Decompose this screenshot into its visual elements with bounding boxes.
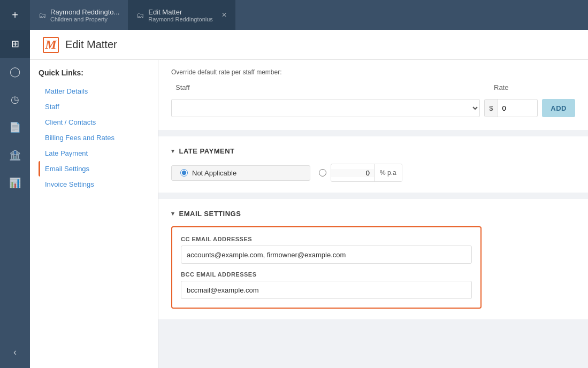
grid-icon: ⊞ <box>11 38 19 50</box>
quick-links-title: Quick Links: <box>39 68 149 77</box>
staff-rate-description: Override default rate per staff member: <box>171 68 575 76</box>
folder-icon: 🗂 <box>39 11 46 19</box>
sidebar-icon-dashboard[interactable]: ⊞ <box>0 30 30 58</box>
email-settings-panel: ▾ EMAIL SETTINGS CC EMAIL ADDRESSES BCC … <box>158 199 588 319</box>
rate-prefix: $ <box>485 99 498 117</box>
add-staff-rate-button[interactable]: ADD <box>542 99 575 117</box>
rate-col-label: Rate <box>490 80 575 95</box>
staff-rate-header: Staff Rate <box>171 80 575 95</box>
cc-label: CC EMAIL ADDRESSES <box>181 236 472 242</box>
sidebar-icon-contact[interactable]: ◯ <box>0 58 30 86</box>
sidebar-item-late-payment[interactable]: Late Payment <box>39 145 149 161</box>
matter-icon: M <box>43 37 59 53</box>
document-icon: 📄 <box>9 121 21 133</box>
chevron-down-icon: ▾ <box>171 148 175 155</box>
pct-suffix: % p.a <box>374 164 402 181</box>
collapse-icon: ‹ <box>13 347 17 358</box>
email-settings-header: ▾ EMAIL SETTINGS <box>171 210 575 218</box>
folder-icon-2: 🗂 <box>136 11 144 19</box>
tab-close-button[interactable]: ✕ <box>222 11 227 19</box>
late-payment-panel: ▾ LATE PAYMENT Not Applicable % p.a <box>158 136 588 193</box>
sidebar-item-billing-fees[interactable]: Billing Fees and Rates <box>39 130 149 145</box>
rate-input[interactable] <box>498 104 525 112</box>
icon-sidebar: ⊞ ◯ ◷ 📄 🏦 📊 ‹ <box>0 30 30 368</box>
staff-col-label: Staff <box>171 80 490 95</box>
sidebar-item-client-contacts[interactable]: Client / Contacts <box>39 114 149 130</box>
staff-rate-panel: Override default rate per staff member: … <box>158 60 588 130</box>
pct-radio[interactable] <box>319 169 326 177</box>
sidebar-icon-history[interactable]: ◷ <box>0 86 30 113</box>
plus-icon: + <box>12 9 18 21</box>
not-applicable-radio[interactable] <box>180 169 188 177</box>
sidebar-item-matter-details[interactable]: Matter Details <box>39 83 149 99</box>
late-payment-title: LATE PAYMENT <box>179 147 235 155</box>
person-icon: ◯ <box>10 66 20 78</box>
email-settings-box: CC EMAIL ADDRESSES BCC EMAIL ADDRESSES <box>171 226 482 309</box>
sidebar-icon-billing[interactable]: 📄 <box>0 113 30 141</box>
edit-matter-tab-subtitle: Raymond Reddingtonius <box>148 16 212 22</box>
sidebar-item-staff[interactable]: Staff <box>39 99 149 114</box>
late-payment-options: Not Applicable % p.a <box>171 164 575 182</box>
not-applicable-label: Not Applicable <box>192 169 236 177</box>
page-header: M Edit Matter <box>30 30 588 60</box>
pct-value-input[interactable] <box>331 169 374 177</box>
main-layout: ⊞ ◯ ◷ 📄 🏦 📊 ‹ M Edit Matter <box>0 30 588 368</box>
clock-icon: ◷ <box>11 94 19 105</box>
sidebar-icon-bank[interactable]: 🏦 <box>0 141 30 169</box>
tab-title: Raymond Reddingto... <box>50 8 119 16</box>
cc-email-input[interactable] <box>181 246 472 264</box>
main-content: Override default rate per staff member: … <box>158 60 588 368</box>
matter-tab[interactable]: 🗂 Raymond Reddingto... Children and Prop… <box>30 0 128 30</box>
content-area: M Edit Matter Quick Links: Matter Detail… <box>30 30 588 368</box>
chart-icon: 📊 <box>9 177 21 189</box>
staff-rate-row: $ ADD <box>171 99 575 117</box>
top-bar: + 🗂 Raymond Reddingto... Children and Pr… <box>0 0 588 30</box>
edit-matter-tab[interactable]: 🗂 Edit Matter Raymond Reddingtonius ✕ <box>128 0 235 30</box>
email-chevron-icon: ▾ <box>171 210 175 217</box>
quick-links-sidebar: Quick Links: Matter Details Staff Client… <box>30 60 158 368</box>
edit-matter-tab-title: Edit Matter <box>148 8 212 16</box>
late-payment-header: ▾ LATE PAYMENT <box>171 147 575 155</box>
staff-select[interactable] <box>171 99 480 117</box>
sidebar-item-email-settings[interactable]: Email Settings <box>39 161 149 177</box>
bcc-email-input[interactable] <box>181 281 472 299</box>
pct-input-wrap: % p.a <box>331 164 402 182</box>
bank-icon: 🏦 <box>9 149 21 161</box>
page-title: Edit Matter <box>65 39 117 51</box>
two-col-layout: Quick Links: Matter Details Staff Client… <box>30 60 588 368</box>
rate-input-wrap: $ <box>484 99 538 117</box>
bcc-label: BCC EMAIL ADDRESSES <box>181 271 472 278</box>
not-applicable-option[interactable]: Not Applicable <box>171 165 310 181</box>
sidebar-item-invoice-settings[interactable]: Invoice Settings <box>39 177 149 192</box>
sidebar-collapse-button[interactable]: ‹ <box>0 340 30 368</box>
pct-option: % p.a <box>319 164 402 182</box>
email-settings-title: EMAIL SETTINGS <box>179 210 241 218</box>
sidebar-icon-chart[interactable]: 📊 <box>0 169 30 197</box>
tab-subtitle: Children and Property <box>50 16 119 22</box>
add-button[interactable]: + <box>0 0 30 30</box>
